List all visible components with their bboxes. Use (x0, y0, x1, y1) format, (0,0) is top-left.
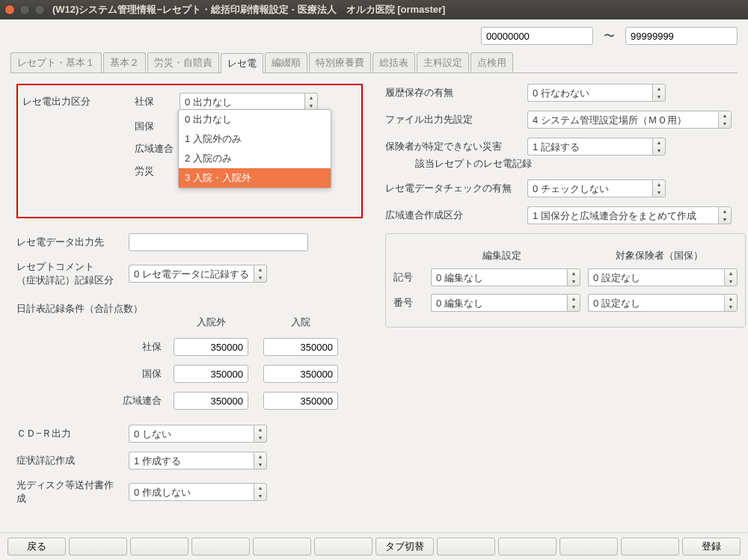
kigou-target-combobox[interactable]: 0 設定なし ▲▼ (588, 268, 738, 286)
shaho-combobox[interactable]: 0 出力なし ▲▼ (180, 93, 318, 111)
range-from-input[interactable] (481, 27, 593, 45)
fileout-combobox[interactable]: 4 システム管理設定場所（ＭＯ用） ▲▼ (527, 111, 732, 129)
tabs: レセプト・基本１ 基本２ 労災・自賠責 レセ電 編綴順 特別療養費 総括表 主科… (10, 52, 738, 73)
koiki-kubun-label: 広域連合作成区分 (385, 209, 527, 222)
check-label: レセ電データチェックの有無 (385, 182, 527, 195)
saigai-label2: 該当レセプトのレセ電記録 (415, 157, 732, 170)
maximize-icon[interactable] (34, 4, 45, 15)
hikari-label: 光ディスク等送付書作成 (16, 479, 129, 505)
dropdown-item-3[interactable]: 3 入院・入院外 (179, 168, 331, 188)
shaho-dropdown-list[interactable]: 0 出力なし 1 入院外のみ 2 入院のみ 3 入院・入院外 (178, 109, 331, 188)
tab-tenken[interactable]: 点検用 (470, 52, 513, 73)
daily-record-conditions: 日計表記録条件（合計点数） 入院外 入院 社保 国保 (16, 302, 363, 410)
dropdown-item-1[interactable]: 1 入院外のみ (179, 129, 331, 149)
rireki-combobox[interactable]: 0 行なわない ▲▼ (527, 84, 666, 102)
tens-shaho-in[interactable] (263, 338, 338, 356)
tens-title: 日計表記録条件（合計点数） (16, 302, 363, 316)
range-to-input[interactable] (625, 27, 738, 45)
bangou-label: 番号 (393, 296, 423, 310)
kigou-label: 記号 (393, 271, 423, 284)
range-separator: 〜 (604, 29, 615, 43)
koiki-label: 広域連合 (135, 142, 180, 156)
tens-hdr-out: 入院外 (174, 316, 248, 329)
shoki-label: 症状詳記作成 (16, 454, 129, 467)
koiki-kubun-combobox[interactable]: 1 国保分と広域連合分をまとめて作成 ▲▼ (527, 206, 732, 224)
bangou-target-combobox[interactable]: 0 設定なし ▲▼ (588, 294, 738, 312)
tab-soukatsu[interactable]: 総括表 (373, 52, 415, 73)
comment-record-combobox[interactable]: 0 レセ電データに記録する ▲▼ (129, 265, 267, 283)
rireki-label: 履歴保存の有無 (385, 86, 527, 99)
hikari-combobox[interactable]: 0 作成しない ▲▼ (129, 483, 267, 501)
data-output-dest-input[interactable] (129, 233, 308, 251)
tab-basic2[interactable]: 基本２ (103, 52, 146, 73)
saigai-label1: 保険者が特定できない災害 (385, 140, 527, 153)
saigai-combobox[interactable]: 1 記録する ▲▼ (527, 138, 666, 156)
dropdown-item-2[interactable]: 2 入院のみ (179, 149, 331, 168)
tens-shaho-out[interactable] (174, 338, 248, 356)
tab-rousai[interactable]: 労災・自賠責 (147, 52, 219, 73)
shoki-combobox[interactable]: 1 作成する ▲▼ (129, 452, 267, 470)
check-combobox[interactable]: 0 チェックしない ▲▼ (527, 179, 666, 197)
comment-record-label: レセプトコメント （症状詳記）記録区分 (16, 260, 129, 287)
edit-settings-fieldset: 編集設定 対象保険者（国保） 記号 0 編集なし ▲▼ 0 設定なし ▲▼ (385, 233, 746, 327)
kokuho-label: 国保 (135, 120, 180, 133)
tab-receden[interactable]: レセ電 (221, 53, 263, 73)
tens-kokuho-in[interactable] (263, 365, 338, 383)
tab-special[interactable]: 特別療養費 (309, 52, 371, 73)
close-icon[interactable] (4, 4, 15, 15)
cdr-combobox[interactable]: 0 しない ▲▼ (129, 425, 267, 443)
tens-koiki-out[interactable] (174, 392, 248, 410)
data-output-dest-label: レセ電データ出力先 (16, 236, 129, 249)
tab-receipt-basic1[interactable]: レセプト・基本１ (10, 52, 102, 73)
tab-shuka[interactable]: 主科設定 (417, 52, 469, 73)
window-title: (W12)システム管理情報−レセプト・総括印刷情報設定 - 医療法人 オルカ医院… (52, 3, 445, 16)
bangou-edit-combobox[interactable]: 0 編集なし ▲▼ (431, 294, 580, 312)
output-category-label: レセ電出力区分 (22, 95, 135, 108)
dropdown-item-0[interactable]: 0 出力なし (179, 110, 331, 129)
minimize-icon[interactable] (19, 4, 30, 15)
kigou-edit-combobox[interactable]: 0 編集なし ▲▼ (431, 268, 580, 286)
edit-hdr1: 編集設定 (423, 249, 580, 262)
tens-hdr-in: 入院 (263, 316, 338, 329)
tens-koiki-in[interactable] (263, 392, 338, 410)
rousai-label: 労災 (135, 164, 180, 178)
fileout-label: ファイル出力先設定 (385, 113, 527, 126)
shaho-label: 社保 (135, 95, 180, 108)
tens-kokuho-out[interactable] (174, 365, 248, 383)
cdr-label: ＣＤ−Ｒ出力 (16, 427, 129, 440)
titlebar: (W12)システム管理情報−レセプト・総括印刷情報設定 - 医療法人 オルカ医院… (0, 0, 748, 19)
tab-order[interactable]: 編綴順 (265, 52, 307, 73)
edit-hdr2: 対象保険者（国保） (580, 249, 738, 262)
output-category-box: レセ電出力区分 社保 0 出力なし ▲▼ 国保 広域連合 労災 0 出力なし 1… (16, 84, 363, 218)
